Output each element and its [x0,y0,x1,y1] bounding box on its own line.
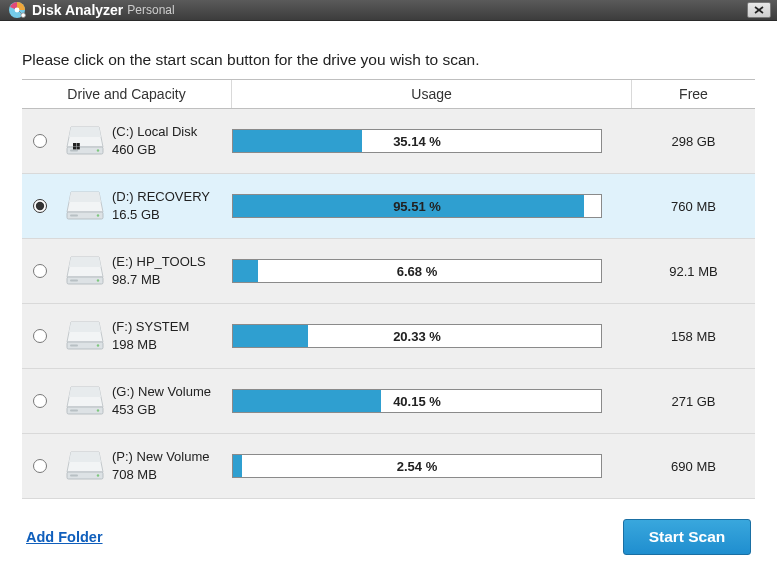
drive-row[interactable]: (F:) SYSTEM198 MB20.33 %158 MB [22,304,755,369]
svg-point-39 [97,474,99,476]
usage-cell: 35.14 % [232,129,632,153]
close-icon [754,6,764,14]
free-space: 158 MB [632,329,755,344]
col-usage: Usage [232,80,632,108]
drive-icon [58,255,112,287]
drive-icon [58,320,112,352]
usage-bar: 95.51 % [232,194,602,218]
content: Please click on the start scan button fo… [0,21,777,577]
drive-name: (G:) New Volume [112,383,232,401]
table-header: Drive and Capacity Usage Free [22,79,755,109]
usage-bar: 6.68 % [232,259,602,283]
drive-info: (D:) RECOVERY16.5 GB [112,188,232,223]
drive-radio[interactable] [33,264,47,278]
col-free: Free [632,80,755,108]
drive-capacity: 198 MB [112,336,232,354]
svg-rect-23 [70,280,78,282]
drive-info: (E:) HP_TOOLS98.7 MB [112,253,232,288]
add-folder-link[interactable]: Add Folder [26,529,103,545]
usage-pct: 6.68 % [233,260,601,282]
usage-pct: 35.14 % [233,130,601,152]
usage-cell: 20.33 % [232,324,632,348]
start-scan-button[interactable]: Start Scan [623,519,751,555]
footer: Add Folder Start Scan [22,499,755,577]
svg-point-1 [15,8,20,13]
drive-info: (C:) Local Disk460 GB [112,123,232,158]
usage-cell: 95.51 % [232,194,632,218]
svg-rect-12 [77,143,80,146]
usage-pct: 40.15 % [233,390,601,412]
drive-capacity: 98.7 MB [112,271,232,289]
drive-row[interactable]: (C:) Local Disk460 GB35.14 %298 GB [22,109,755,174]
drive-radio[interactable] [33,134,47,148]
svg-rect-28 [70,345,78,347]
drive-radio[interactable] [33,199,47,213]
drive-name: (P:) New Volume [112,448,232,466]
drive-icon [58,450,112,482]
titlebar: Disk Analyzer Personal [0,0,777,21]
usage-cell: 40.15 % [232,389,632,413]
free-space: 690 MB [632,459,755,474]
drive-list: (C:) Local Disk460 GB35.14 %298 GB(D:) R… [22,109,755,499]
drive-name: (E:) HP_TOOLS [112,253,232,271]
col-drive: Drive and Capacity [22,80,232,108]
svg-point-2 [21,13,26,18]
drive-info: (P:) New Volume708 MB [112,448,232,483]
svg-rect-33 [70,410,78,412]
drive-row[interactable]: (D:) RECOVERY16.5 GB95.51 %760 MB [22,174,755,239]
svg-rect-9 [70,150,78,152]
svg-marker-31 [69,387,101,397]
drive-name: (C:) Local Disk [112,123,232,141]
usage-pct: 20.33 % [233,325,601,347]
drive-icon [58,190,112,222]
svg-marker-16 [69,192,101,202]
usage-bar: 2.54 % [232,454,602,478]
usage-bar: 40.15 % [232,389,602,413]
drive-icon [58,125,112,157]
svg-rect-11 [73,143,76,146]
drive-name: (F:) SYSTEM [112,318,232,336]
app-edition: Personal [127,3,174,17]
usage-bar: 35.14 % [232,129,602,153]
usage-bar: 20.33 % [232,324,602,348]
window: Disk Analyzer Personal Please click on t… [0,0,777,577]
svg-marker-36 [69,452,101,462]
free-space: 760 MB [632,199,755,214]
drive-row[interactable]: (P:) New Volume708 MB2.54 %690 MB [22,434,755,499]
svg-marker-7 [69,127,101,137]
drive-radio[interactable] [33,394,47,408]
svg-rect-38 [70,475,78,477]
drive-capacity: 453 GB [112,401,232,419]
drive-name: (D:) RECOVERY [112,188,232,206]
drive-info: (F:) SYSTEM198 MB [112,318,232,353]
usage-pct: 2.54 % [233,455,601,477]
drive-radio[interactable] [33,459,47,473]
svg-marker-26 [69,322,101,332]
free-space: 298 GB [632,134,755,149]
drive-capacity: 16.5 GB [112,206,232,224]
drive-radio[interactable] [33,329,47,343]
usage-cell: 2.54 % [232,454,632,478]
svg-point-10 [97,149,99,151]
drive-capacity: 460 GB [112,141,232,159]
svg-point-24 [97,279,99,281]
drive-info: (G:) New Volume453 GB [112,383,232,418]
app-icon [8,1,26,19]
svg-rect-18 [70,215,78,217]
svg-marker-21 [69,257,101,267]
usage-pct: 95.51 % [233,195,601,217]
svg-rect-14 [77,146,80,149]
free-space: 92.1 MB [632,264,755,279]
free-space: 271 GB [632,394,755,409]
app-title: Disk Analyzer [32,2,123,18]
svg-point-34 [97,409,99,411]
drive-row[interactable]: (G:) New Volume453 GB40.15 %271 GB [22,369,755,434]
instruction-text: Please click on the start scan button fo… [22,51,755,69]
drive-icon [58,385,112,417]
drive-capacity: 708 MB [112,466,232,484]
svg-rect-13 [73,146,76,149]
drive-row[interactable]: (E:) HP_TOOLS98.7 MB6.68 %92.1 MB [22,239,755,304]
usage-cell: 6.68 % [232,259,632,283]
svg-point-19 [97,214,99,216]
close-button[interactable] [747,2,771,18]
